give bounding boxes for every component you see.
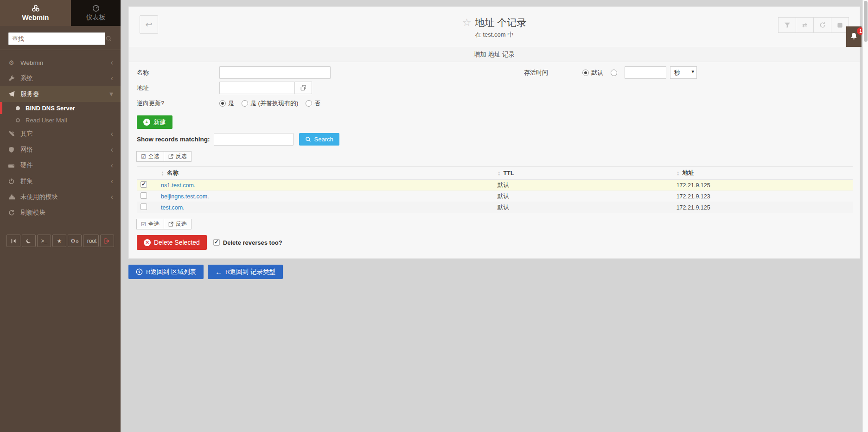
tab-dashboard[interactable]: 仪表板 — [71, 0, 121, 26]
terminal-button[interactable]: >_ — [37, 235, 51, 247]
sidebar-item-cluster[interactable]: 群集 ‹ — [0, 173, 121, 189]
puzzle-icon — [7, 194, 15, 200]
reverse-replace-label: 是 (并替换现有的) — [250, 99, 298, 108]
page-header: ↩ ☆ 地址 个记录 在 test.com 中 — [129, 7, 860, 47]
selection-buttons-bottom: ☑ 全选 反选 — [137, 219, 860, 229]
search-button-label: Search — [314, 136, 333, 143]
ttl-default-label: 默认 — [591, 69, 603, 77]
ttl-value-input[interactable] — [625, 66, 666, 79]
sidebar-item-refresh-modules[interactable]: 刷新模块 — [0, 205, 121, 221]
header-checkbox-cell — [137, 167, 157, 180]
repeat-icon — [801, 22, 808, 28]
form-heading: 增加 地址 记录 — [129, 47, 860, 62]
settings-gears-icon: ⚙⚙ — [70, 238, 79, 244]
sidebar-item-label: 系统 — [20, 74, 33, 83]
record-link[interactable]: test.com. — [161, 204, 185, 211]
sidebar-item-servers[interactable]: 服务器 ▾ — [0, 86, 121, 102]
reverse-yes-radio[interactable] — [219, 100, 226, 107]
invert-selection-label: 反选 — [176, 220, 187, 228]
plane-icon — [7, 91, 15, 97]
record-link[interactable]: ns1.test.com. — [161, 182, 195, 189]
refresh-icon — [819, 22, 826, 28]
wrench-icon — [7, 75, 15, 82]
sort-icon: ▲▼ — [677, 171, 680, 176]
drive-icon — [7, 163, 15, 169]
search-button[interactable]: Search — [299, 133, 339, 146]
row-checkbox[interactable] — [140, 192, 147, 199]
repeat-button[interactable] — [796, 17, 814, 33]
create-button[interactable]: + 新建 — [137, 115, 172, 129]
select-all-button[interactable]: ☑ 全选 — [136, 219, 164, 229]
sidebar-item-read-user-mail[interactable]: Read User Mail — [0, 114, 121, 126]
reverse-no-radio[interactable] — [306, 100, 312, 107]
back-button[interactable]: ↩ — [140, 15, 158, 34]
records-match-input[interactable] — [214, 133, 294, 146]
sidebar-item-unused-modules[interactable]: 未使用的模块 ‹ — [0, 189, 121, 205]
tab-webmin[interactable]: Webmin — [0, 0, 71, 26]
notifications-button[interactable]: 1 — [846, 26, 862, 47]
page-subtitle: 在 test.com 中 — [129, 31, 860, 39]
stop-square-icon — [837, 22, 843, 28]
column-header-name[interactable]: ▲▼名称 — [157, 167, 494, 180]
favorite-star-icon[interactable]: ☆ — [462, 17, 472, 29]
settings-button[interactable]: ⚙⚙ — [68, 235, 82, 247]
sidebar-tabs: Webmin 仪表板 — [0, 0, 121, 26]
user-button[interactable]: root — [83, 235, 99, 247]
reverse-field-label: 逆向更新? — [137, 99, 219, 108]
content-card: ↩ ☆ 地址 个记录 在 test.com 中 — [128, 6, 860, 259]
sidebar-item-label: 其它 — [20, 130, 33, 138]
sidebar-menu: ⚙ Webmin ‹ 系统 ‹ 服务器 ▾ — [0, 55, 121, 221]
sidebar-item-hardware[interactable]: 硬件 ‹ — [0, 158, 121, 173]
night-mode-button[interactable] — [22, 235, 36, 247]
filter-button[interactable] — [778, 17, 796, 33]
row-checkbox[interactable] — [140, 203, 147, 210]
filter-funnel-icon — [784, 22, 791, 28]
ttl-default-radio[interactable] — [582, 70, 589, 76]
refresh-button[interactable] — [813, 17, 831, 33]
reverse-replace-radio[interactable] — [242, 100, 248, 107]
logout-button[interactable] — [100, 235, 114, 247]
table-row: ns1.test.com. 默认 172.21.9.125 — [137, 180, 853, 191]
row-checkbox[interactable] — [140, 181, 147, 188]
invert-selection-button[interactable]: 反选 — [164, 219, 191, 229]
favorites-button[interactable]: ★ — [52, 235, 66, 247]
column-header-address[interactable]: ▲▼地址 — [673, 167, 853, 180]
chevron-left-icon: ‹ — [111, 75, 113, 82]
plus-circle-icon: + — [143, 119, 150, 126]
column-header-ttl[interactable]: ▲▼TTL — [494, 167, 673, 180]
delete-reverses-checkbox[interactable] — [213, 239, 220, 246]
sidebar-item-bind-dns-server[interactable]: BIND DNS Server — [0, 102, 121, 114]
record-link[interactable]: beijingns.test.com. — [161, 193, 209, 200]
sort-icon: ▲▼ — [161, 171, 164, 176]
sidebar-item-system[interactable]: 系统 ‹ — [0, 70, 121, 86]
name-input[interactable] — [219, 66, 331, 79]
tools-icon — [7, 131, 15, 137]
bullet-icon — [16, 106, 20, 110]
scrollbar-thumb[interactable] — [864, 1, 868, 42]
sidebar-item-webmin[interactable]: ⚙ Webmin ‹ — [0, 55, 121, 70]
sidebar-search-input[interactable] — [8, 32, 105, 45]
power-icon — [7, 178, 15, 184]
page-scrollbar[interactable] — [862, 0, 868, 432]
magnifier-icon — [305, 136, 311, 142]
address-input[interactable] — [219, 82, 295, 94]
row-address: 172.21.9.125 — [673, 180, 853, 191]
sidebar-item-label: 硬件 — [20, 161, 33, 170]
ttl-unit-select[interactable]: 秒 — [670, 66, 697, 79]
name-field-label: 名称 — [137, 69, 219, 77]
ttl-custom-radio[interactable] — [611, 70, 617, 76]
select-all-label: 全选 — [148, 152, 160, 160]
collapse-sidebar-button[interactable] — [6, 235, 20, 247]
return-record-types-button[interactable]: ← R返回到 记录类型 — [208, 265, 283, 279]
sidebar-item-networking[interactable]: 网络 ‹ — [0, 142, 121, 158]
return-zone-list-button[interactable]: R返回到 区域列表 — [128, 265, 204, 279]
sidebar-item-others[interactable]: 其它 ‹ — [0, 126, 121, 142]
table-header-row: ▲▼名称 ▲▼TTL ▲▼地址 — [137, 167, 853, 180]
ttl-field: 存活时间 默认 秒 — [524, 65, 697, 80]
invert-selection-button[interactable]: 反选 — [164, 151, 191, 162]
delete-selected-button[interactable]: ✕ Delete Selected — [137, 235, 207, 250]
select-all-button[interactable]: ☑ 全选 — [136, 151, 164, 162]
paste-address-button[interactable] — [295, 82, 312, 94]
sidebar-subitem-label: BIND DNS Server — [26, 105, 75, 112]
sort-icon: ▲▼ — [498, 171, 501, 176]
